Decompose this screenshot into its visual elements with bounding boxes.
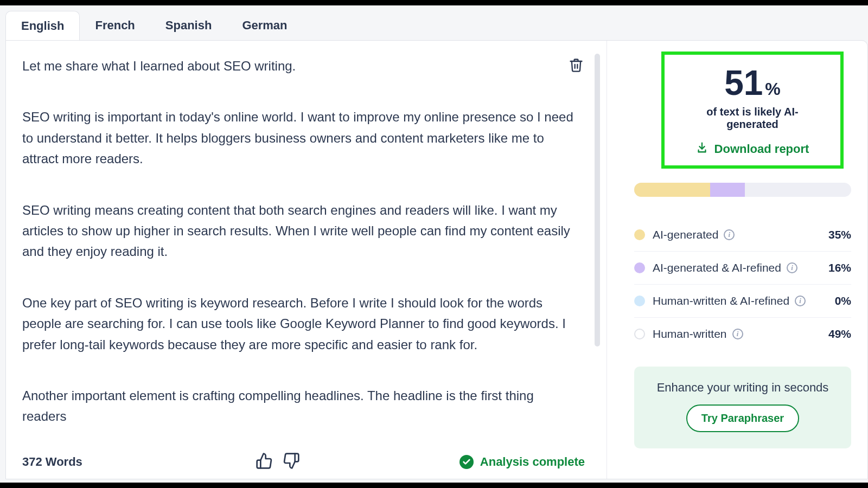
paragraph: One key part of SEO writing is keyword r… [22, 293, 574, 355]
download-report-link[interactable]: Download report [696, 142, 809, 157]
paragraph: SEO writing is important in today's onli… [22, 107, 574, 169]
color-dot [634, 262, 645, 273]
app-root: English French Spanish German Let me sha… [0, 5, 868, 483]
color-dot [634, 296, 645, 306]
metric-row: AI-generated i 35% [634, 219, 851, 252]
paragraph: Let me share what I learned about SEO wr… [22, 56, 574, 76]
paragraph: Another important element is crafting co… [22, 386, 574, 427]
editor-footer: 372 Words [22, 455, 585, 469]
enhance-card: Enhance your writing in seconds Try Para… [634, 367, 851, 448]
metric-label: Human-written & AI-refined i [653, 294, 827, 307]
color-dot [634, 329, 645, 339]
metric-percent: 0% [835, 294, 851, 307]
editor-text[interactable]: Let me share what I learned about SEO wr… [22, 56, 574, 427]
thumbs-up-icon[interactable] [256, 452, 273, 472]
metric-row: Human-written & AI-refined i 0% [634, 285, 851, 318]
metric-label: Human-written i [653, 328, 821, 341]
paragraph: SEO writing means creating content that … [22, 200, 574, 262]
metric-row: AI-generated & AI-refined i 16% [634, 252, 851, 285]
editor-scroll[interactable]: Let me share what I learned about SEO wr… [22, 56, 574, 435]
feedback-buttons [256, 452, 300, 472]
metric-label: AI-generated i [653, 228, 821, 241]
score-unit: % [765, 80, 780, 98]
analysis-status: Analysis complete [459, 455, 585, 469]
scrollbar[interactable] [595, 54, 600, 346]
score-box: 51% of text is likely AI-generated Downl… [661, 52, 844, 169]
metric-percent: 35% [828, 228, 851, 241]
tab-german[interactable]: German [227, 11, 302, 41]
metric-label: AI-generated & AI-refined i [653, 261, 821, 274]
score-subtext: of text is likely AI-generated [681, 106, 824, 131]
status-label: Analysis complete [480, 455, 585, 469]
thumbs-down-icon[interactable] [283, 452, 300, 472]
word-count: 372 Words [22, 455, 82, 469]
bar-ai-refined [710, 183, 745, 197]
metric-percent: 49% [828, 328, 851, 341]
color-dot [634, 229, 645, 240]
download-icon [696, 142, 708, 157]
metric-percent: 16% [828, 261, 851, 274]
try-paraphraser-button[interactable]: Try Paraphraser [686, 404, 799, 432]
checkmark-icon [459, 455, 474, 469]
metric-row: Human-written i 49% [634, 318, 851, 350]
tab-french[interactable]: French [80, 11, 150, 41]
editor-pane: Let me share what I learned about SEO wr… [6, 41, 607, 479]
tab-spanish[interactable]: Spanish [150, 11, 227, 41]
info-icon[interactable]: i [795, 296, 806, 306]
probability-bar [634, 183, 851, 197]
main-panel: Let me share what I learned about SEO wr… [5, 40, 868, 479]
score-value: 51% [724, 66, 781, 100]
download-label: Download report [714, 142, 809, 156]
score-number: 51 [724, 66, 763, 100]
info-icon[interactable]: i [787, 262, 797, 273]
info-icon[interactable]: i [732, 329, 743, 339]
info-icon[interactable]: i [724, 229, 735, 240]
language-tabs: English French Spanish German [5, 11, 868, 41]
results-sidebar: 51% of text is likely AI-generated Downl… [607, 41, 867, 479]
enhance-title: Enhance your writing in seconds [645, 381, 840, 395]
tab-english[interactable]: English [5, 11, 80, 41]
bar-ai-generated [634, 183, 710, 197]
metrics-list: AI-generated i 35% AI-generated & AI-ref… [634, 219, 851, 350]
